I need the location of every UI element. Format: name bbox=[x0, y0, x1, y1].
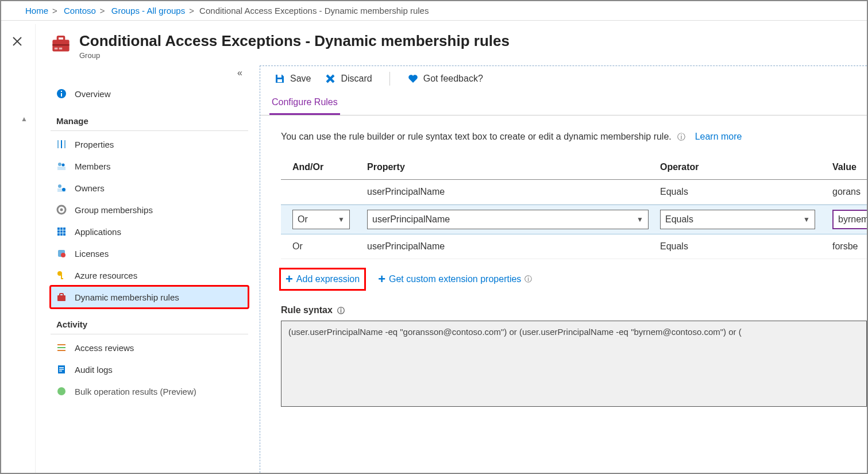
license-icon bbox=[56, 248, 67, 259]
sidebar-item-azure-resources[interactable]: Azure resources bbox=[51, 264, 248, 286]
breadcrumb-tenant[interactable]: Contoso bbox=[64, 6, 96, 16]
bulk-icon bbox=[56, 386, 67, 396]
sidebar-item-label: Audit logs bbox=[75, 365, 113, 375]
svg-rect-34 bbox=[61, 278, 63, 279]
andor-select[interactable]: Or▼ bbox=[292, 210, 350, 229]
content-pane: Save Discard Got feedback? Configure Rul… bbox=[260, 65, 867, 473]
svg-rect-28 bbox=[60, 233, 63, 236]
breadcrumb: Home> Contoso> Groups - All groups> Cond… bbox=[1, 1, 867, 21]
info-icon[interactable]: ⓘ bbox=[337, 306, 345, 315]
svg-rect-24 bbox=[57, 230, 60, 233]
sidebar-item-properties[interactable]: Properties bbox=[51, 133, 248, 155]
svg-rect-42 bbox=[59, 369, 64, 370]
sidebar-item-members[interactable]: Members bbox=[51, 155, 248, 177]
svg-rect-5 bbox=[55, 48, 58, 49]
members-icon bbox=[56, 161, 67, 171]
sidebar-item-label: Dynamic membership rules bbox=[75, 292, 179, 302]
discard-button[interactable]: Discard bbox=[325, 73, 372, 84]
info-icon[interactable]: ⓘ bbox=[677, 132, 685, 141]
svg-rect-9 bbox=[61, 91, 62, 92]
svg-rect-22 bbox=[60, 228, 63, 230]
sidebar-item-bulk-operation[interactable]: Bulk operation results (Preview) bbox=[51, 380, 248, 402]
checklist-icon bbox=[56, 342, 67, 353]
sidebar-item-audit-logs[interactable]: Audit logs bbox=[51, 359, 248, 380]
svg-point-13 bbox=[58, 163, 61, 166]
sidebar-item-label: Applications bbox=[75, 227, 121, 237]
page-header: Conditional Access Exceptions - Dynamic … bbox=[36, 24, 867, 65]
table-row-active: Or▼ userPrincipalName▼ Equals▼ byrnem bbox=[281, 205, 867, 234]
svg-rect-29 bbox=[63, 233, 65, 236]
sidebar-item-licenses[interactable]: Licenses bbox=[51, 242, 248, 264]
breadcrumb-groups[interactable]: Groups - All groups bbox=[111, 6, 185, 16]
sidebar-item-dynamic-membership-rules[interactable]: Dynamic membership rules bbox=[51, 286, 248, 308]
svg-rect-11 bbox=[61, 140, 62, 148]
briefcase-small-icon bbox=[56, 292, 67, 302]
svg-point-31 bbox=[61, 253, 65, 257]
page-title: Conditional Access Exceptions - Dynamic … bbox=[79, 32, 510, 50]
property-select[interactable]: userPrincipalName▼ bbox=[367, 210, 649, 229]
sidebar-item-label: Licenses bbox=[75, 249, 109, 259]
table-row: Or userPrincipalName Equals forsbe bbox=[281, 234, 867, 259]
svg-rect-23 bbox=[63, 228, 65, 230]
briefcase-icon bbox=[51, 33, 71, 54]
discard-icon bbox=[325, 73, 336, 84]
svg-rect-3 bbox=[57, 37, 64, 41]
key-icon bbox=[56, 270, 67, 280]
feedback-button[interactable]: Got feedback? bbox=[407, 73, 483, 84]
gear-icon bbox=[56, 205, 67, 215]
sidebar-item-label: Azure resources bbox=[75, 271, 137, 280]
svg-rect-6 bbox=[59, 48, 63, 49]
apps-icon bbox=[56, 226, 67, 237]
add-expression-button[interactable]: + Add expression bbox=[281, 269, 364, 289]
sliders-icon bbox=[56, 139, 67, 149]
sidebar-item-group-memberships[interactable]: Group memberships bbox=[51, 199, 248, 221]
collapse-sidebar-icon[interactable]: « bbox=[237, 68, 242, 78]
sidebar-item-label: Properties bbox=[75, 140, 114, 149]
learn-more-link[interactable]: Learn more bbox=[695, 132, 742, 141]
svg-rect-46 bbox=[277, 79, 282, 82]
svg-point-18 bbox=[62, 188, 65, 191]
scroll-up-icon[interactable]: ▲ bbox=[21, 115, 28, 123]
sidebar-item-label: Owners bbox=[75, 183, 105, 193]
svg-rect-45 bbox=[277, 75, 281, 78]
svg-rect-36 bbox=[60, 294, 63, 296]
sidebar-item-label: Access reviews bbox=[75, 343, 134, 353]
sidebar-item-label: Members bbox=[75, 161, 111, 171]
info-icon[interactable]: ⓘ bbox=[524, 274, 532, 284]
save-icon bbox=[274, 73, 286, 84]
sidebar-item-label: Overview bbox=[75, 89, 111, 99]
sidebar-item-owners[interactable]: Owners bbox=[51, 177, 248, 199]
svg-rect-41 bbox=[59, 367, 64, 368]
rule-builder-table: And/Or Property Operator Value userPrinc… bbox=[281, 156, 867, 259]
svg-point-14 bbox=[62, 164, 65, 167]
svg-rect-10 bbox=[57, 140, 59, 148]
plus-icon: + bbox=[378, 273, 385, 286]
svg-rect-26 bbox=[63, 230, 65, 233]
get-custom-extension-button[interactable]: + Get custom extension properties ⓘ bbox=[373, 269, 537, 289]
svg-rect-25 bbox=[60, 230, 63, 233]
svg-point-20 bbox=[60, 209, 63, 211]
heart-icon bbox=[407, 73, 419, 84]
rule-syntax-textbox[interactable]: (user.userPrincipalName -eq "goransson@c… bbox=[281, 321, 867, 407]
breadcrumb-current: Conditional Access Exceptions - Dynamic … bbox=[199, 6, 429, 16]
table-row: userPrincipalName Equals gorans bbox=[281, 180, 867, 205]
sidebar-item-overview[interactable]: Overview bbox=[51, 83, 248, 105]
chevron-down-icon: ▼ bbox=[803, 215, 810, 223]
owners-icon bbox=[56, 183, 67, 193]
breadcrumb-home[interactable]: Home bbox=[25, 6, 48, 16]
sidebar-item-label: Group memberships bbox=[75, 205, 153, 215]
operator-select[interactable]: Equals▼ bbox=[660, 210, 815, 229]
tab-bar: Configure Rules bbox=[260, 91, 867, 115]
sidebar-item-access-reviews[interactable]: Access reviews bbox=[51, 337, 248, 359]
close-icon[interactable] bbox=[11, 36, 23, 47]
svg-point-44 bbox=[57, 387, 65, 395]
tab-configure-rules[interactable]: Configure Rules bbox=[269, 91, 340, 115]
save-button[interactable]: Save bbox=[274, 73, 311, 84]
sidebar-item-applications[interactable]: Applications bbox=[51, 221, 248, 242]
sidebar: « Overview Manage Properties Members bbox=[36, 65, 260, 473]
rule-syntax-label: Rule syntax ⓘ bbox=[281, 305, 867, 316]
svg-rect-43 bbox=[59, 371, 62, 372]
value-input[interactable]: byrnem bbox=[832, 210, 867, 229]
toolbar: Save Discard Got feedback? bbox=[260, 66, 867, 91]
chevron-down-icon: ▼ bbox=[338, 215, 345, 223]
